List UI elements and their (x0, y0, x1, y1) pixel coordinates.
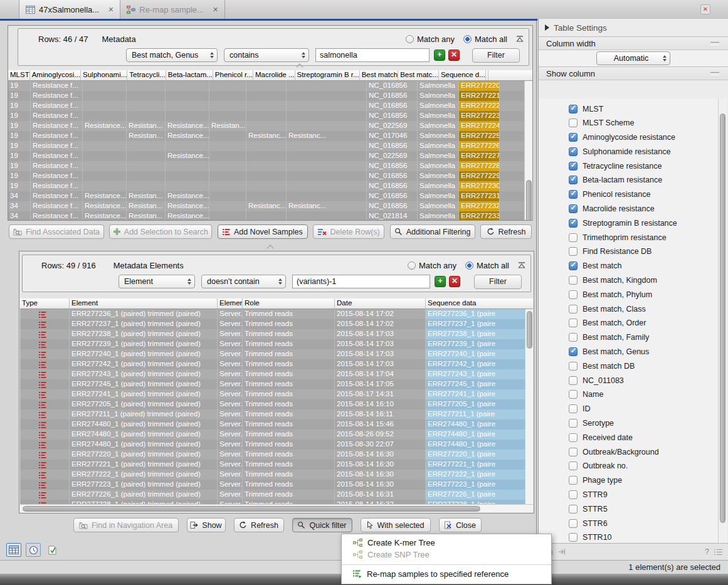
show-column-item[interactable]: Outbreak no. (569, 461, 719, 471)
checkbox[interactable] (569, 176, 578, 184)
show-column-item[interactable]: ID (569, 404, 719, 414)
apply-settings-icon[interactable] (558, 548, 566, 556)
find-in-navigation-area-button[interactable]: Find in Navigation Area (73, 518, 179, 532)
match-all-radio[interactable] (465, 261, 473, 270)
menu-item-create-snp-tree[interactable]: Create SNP Tree (342, 549, 551, 561)
show-column-item[interactable]: Streptogramin B resistance (569, 218, 719, 228)
column-header[interactable]: Aminoglycosi... (30, 70, 81, 80)
column-header[interactable]: Sulphonami... (81, 70, 127, 80)
remove-filter-criterion-button[interactable]: ✕ (448, 50, 460, 61)
checkbox[interactable] (569, 461, 578, 470)
close-button[interactable]: Close (439, 518, 482, 532)
column-header[interactable]: Streptogramin B r... (295, 70, 360, 80)
table-view-icon[interactable] (6, 543, 21, 557)
show-column-item[interactable]: Best match, Class (569, 304, 719, 314)
find-associated-data-button[interactable]: Find Associated Data (9, 224, 104, 239)
table-row[interactable]: 19 Resistance f... NC_016856 Salmonella … (8, 101, 524, 111)
table-row[interactable]: 34 Resistance f... Resistance... Resista… (8, 211, 524, 220)
table-row[interactable]: ERR277241_1 (paired) trimmed (paired) Se… (20, 389, 525, 399)
checkbox[interactable] (569, 305, 578, 314)
table-row[interactable]: ERR277238_1 (paired) trimmed (paired) Se… (20, 329, 525, 339)
checkbox[interactable] (569, 261, 578, 270)
table-row[interactable]: ERR277243_1 (paired) trimmed (paired) Se… (20, 369, 525, 379)
add-filter-criterion-button[interactable]: + (435, 276, 446, 287)
add-selection-to-search-button[interactable]: Add Selection to Search (109, 224, 212, 239)
with-selected-button[interactable]: With selected (361, 518, 431, 532)
table-row[interactable]: 34 Resistance f... Resistance... Resista… (8, 201, 524, 211)
show-column-item[interactable]: Sulphonamide resistance (569, 147, 719, 156)
table-row[interactable]: 19 Resistance f... NC_016856 Salmonella … (8, 141, 524, 151)
column-header[interactable]: Type (20, 298, 70, 308)
checkbox[interactable] (569, 247, 578, 256)
column-header[interactable]: Macrolide ... (253, 70, 295, 80)
element-info-view-icon[interactable] (45, 543, 60, 557)
show-column-item[interactable]: Best match, Phylum (569, 290, 719, 299)
checkbox[interactable] (569, 519, 578, 528)
settings-list-icon[interactable] (714, 549, 722, 556)
table-row[interactable]: ERR277221_1 (paired) trimmed (paired) Se… (20, 460, 525, 470)
refresh-button[interactable]: Refresh (234, 518, 284, 532)
filter-query-input[interactable]: salmonella (315, 48, 430, 62)
checkbox[interactable] (569, 347, 578, 356)
checkbox[interactable] (569, 119, 578, 127)
scrollbar-thumb[interactable] (720, 113, 725, 523)
show-column-item[interactable]: NC_011083 (569, 376, 719, 385)
horizontal-scrollbar[interactable] (20, 504, 533, 512)
remove-filter-criterion-button[interactable]: ✕ (449, 276, 460, 287)
checkbox[interactable] (569, 490, 578, 499)
table-row[interactable]: ERR274480_1 (paired) trimmed (paired) Se… (20, 430, 525, 440)
show-column-item[interactable]: Best match, Family (569, 333, 719, 342)
quick-filter-button[interactable]: Quick filter (292, 518, 352, 532)
column-header[interactable]: Elemen... (218, 298, 243, 308)
table-row[interactable]: ERR277220_1 (paired) trimmed (paired) Se… (20, 450, 525, 460)
show-column-item[interactable]: Best match (569, 261, 719, 271)
add-novel-samples-button[interactable]: Add Novel Samples (218, 224, 308, 239)
show-column-item[interactable]: Best match DB (569, 361, 719, 371)
checkbox[interactable] (569, 376, 578, 385)
checkbox[interactable] (569, 505, 578, 514)
show-column-item[interactable]: Trimethoprim resistance (569, 233, 719, 242)
table-row[interactable]: ERR277228_1 (paired) trimmed (paired) Se… (20, 500, 525, 504)
table-row[interactable]: ERR277211_1 (paired) trimmed (paired) Se… (20, 409, 525, 419)
show-column-item[interactable]: Received date (569, 433, 719, 442)
column-width-group-header[interactable]: Column width (539, 36, 728, 50)
column-header[interactable]: Beta-lactam... (166, 70, 213, 80)
table-row[interactable]: ERR277242_1 (paired) trimmed (paired) Se… (20, 359, 525, 369)
table-row[interactable]: 19 Resistance f... Resistance... NC_0225… (8, 151, 524, 161)
checkbox[interactable] (569, 319, 578, 327)
table-row[interactable]: ERR277222_1 (paired) trimmed (paired) Se… (20, 470, 525, 480)
checkbox[interactable] (569, 190, 578, 199)
scrollbar-thumb[interactable] (527, 311, 532, 349)
match-any-radio[interactable] (406, 35, 414, 43)
collapse-dash-icon[interactable] (710, 72, 719, 75)
table-row[interactable]: 19 Resistance f... NC_016856 Salmonella … (8, 111, 524, 121)
checkbox[interactable] (569, 162, 578, 171)
show-column-item[interactable]: STTR10 (569, 533, 719, 542)
checkbox[interactable] (569, 276, 578, 285)
column-header[interactable]: Sequence d... (439, 70, 486, 80)
table-row[interactable]: 19 Resistance f... Resistan... Resistanc… (8, 131, 524, 141)
show-column-item[interactable]: Aminoglycoside resistance (569, 133, 719, 142)
additional-filtering-button[interactable]: Additional Filtering (390, 224, 475, 239)
show-column-item[interactable]: Best match, Kingdom (569, 276, 719, 285)
table-row[interactable]: ERR277223_1 (paired) trimmed (paired) Se… (20, 480, 525, 490)
table-row[interactable]: 19 Resistance f... NC_016856 Salmonella … (8, 81, 524, 91)
checkbox[interactable] (569, 533, 578, 542)
scrollbar-thumb[interactable] (526, 180, 532, 220)
show-column-item[interactable]: STTR5 (569, 504, 719, 514)
table-row[interactable]: 19 Resistance f... NC_016856 Salmonella … (8, 171, 524, 181)
checkbox[interactable] (569, 219, 578, 228)
checkbox[interactable] (569, 105, 578, 113)
tab-salmonella-table[interactable]: 47xSalmonella... ✕ (19, 0, 120, 19)
checkbox[interactable] (569, 233, 578, 242)
match-all-radio[interactable] (463, 35, 472, 43)
show-column-item[interactable]: Find Resistance DB (569, 247, 719, 256)
show-column-item[interactable]: MLST Scheme (569, 119, 719, 128)
show-button[interactable]: Show (187, 518, 226, 532)
menu-item-create-kmer-tree[interactable]: Create K-mer Tree (342, 537, 551, 549)
table-row[interactable]: ERR277237_1 (paired) trimmed (paired) Se… (20, 319, 525, 329)
show-column-item[interactable]: Macrolide resistance (569, 204, 719, 214)
history-view-icon[interactable] (26, 543, 41, 557)
refresh-button[interactable]: Refresh (480, 224, 532, 239)
table-row[interactable]: ERR277240_1 (paired) trimmed (paired) Se… (20, 349, 525, 359)
